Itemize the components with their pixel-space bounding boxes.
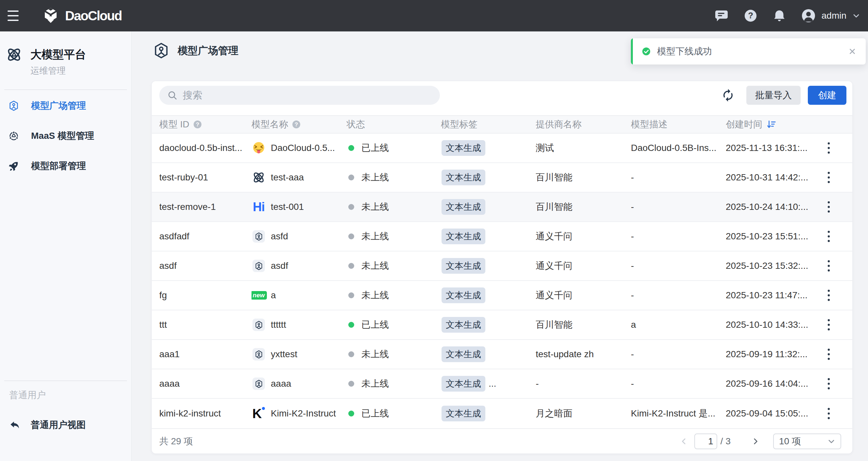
model-hi-logo: Hi [253,200,265,214]
page-input[interactable] [694,433,717,449]
tags-cell: 文本生成 [441,406,536,422]
status-dot [348,410,354,416]
model-new-badge: new [251,291,267,299]
model-name-cell: KKimi-K2-Instruct [251,406,347,421]
model-name-cell: asdf [251,260,347,272]
tag-badge: 文本生成 [441,406,485,422]
tags-cell: 文本生成 [441,140,536,156]
table-row[interactable]: asdfadfasfd未上线文本生成通义千问-2025-10-23 15:51:… [152,222,852,252]
tag-badge: 文本生成 [441,376,485,392]
col-model-name: 模型名称 [251,118,288,131]
provider-cell: test-update zh [536,349,631,359]
success-check-icon [642,47,651,56]
row-menu-button[interactable] [821,318,837,332]
search-input[interactable] [183,90,425,101]
model-tile-icon [252,260,265,272]
status-dot [348,322,354,328]
description-cell: - [631,172,726,183]
sidebar-divider-top [4,89,127,90]
row-menu-button[interactable] [821,171,837,184]
created-cell: 2025-09-04 15:05:... [726,408,821,419]
sidebar-item-maas[interactable]: MaaS 模型管理 [0,121,131,151]
tags-cell: 文本生成 [441,346,536,362]
table-row[interactable]: asdfasdf未上线文本生成通义千问-2025-10-23 15:32:... [152,252,852,281]
search-box[interactable] [159,86,440,105]
tags-cell: 文本生成 [441,199,536,215]
tags-cell: 文本生成 [441,229,536,244]
page-total: / 3 [720,436,731,446]
row-menu-button[interactable] [821,259,837,272]
topbar: DaoCloud admin [0,0,868,31]
toast-close-icon[interactable] [848,47,857,56]
model-name-cell: newa [251,290,347,300]
sidebar-item-user-view[interactable]: 普通用户视图 [0,410,131,440]
status-cell: 未上线 [347,348,441,361]
user-menu[interactable]: admin [801,8,860,23]
tag-badge: 文本生成 [441,317,485,333]
next-page-button[interactable] [751,437,760,446]
status-dot [348,381,354,387]
toast-message: 模型下线成功 [657,45,712,58]
model-id-cell: fg [159,290,251,300]
status-cell: 未上线 [347,289,441,301]
model-id-cell: aaa1 [159,349,251,359]
help-badge-icon[interactable] [193,120,202,129]
search-icon [167,90,178,100]
prev-page-button[interactable] [679,437,688,446]
table-row[interactable]: ttttttttt已上线文本生成百川智能a2025-10-10 14:33:..… [152,310,852,340]
sidebar-item-model-square[interactable]: 模型广场管理 [0,91,131,121]
tags-cell: 文本生成... [441,376,536,392]
model-id-cell: test-ruby-01 [159,172,251,183]
col-tags: 模型标签 [441,118,477,131]
row-menu-button[interactable] [821,230,837,243]
tags-cell: 文本生成 [441,258,536,274]
status-cell: 已上线 [347,407,441,420]
table-row[interactable]: daocloud-0.5b-inst...DaoCloud-0.5...已上线文… [152,134,852,163]
model-name-cell: aaaa [251,377,347,390]
tags-cell: 文本生成 [441,317,536,333]
help-icon[interactable] [744,9,757,23]
provider-cell: 通义千问 [536,289,631,301]
create-button[interactable]: 创建 [808,86,846,105]
row-menu-button[interactable] [821,348,837,361]
tags-cell: 文本生成 [441,170,536,185]
table-row[interactable]: fgnewa未上线文本生成通义千问-2025-10-23 11:47:... [152,281,852,310]
created-cell: 2025-10-24 14:10:... [726,202,821,212]
model-id-cell: kimi-k2-instruct [159,408,251,419]
sort-desc-icon[interactable] [766,119,776,129]
table-row[interactable]: test-ruby-01test-aaa未上线文本生成百川智能-2025-10-… [152,163,852,193]
table-row[interactable]: aaa1yxttest未上线文本生成test-update zh-2025-09… [152,340,852,369]
page-header: 模型广场管理 [153,41,239,60]
row-menu-button[interactable] [821,200,837,213]
col-description: 模型描述 [631,118,668,131]
row-menu-button[interactable] [821,289,837,302]
row-menu-button[interactable] [821,407,837,420]
row-menu-button[interactable] [821,141,837,154]
messages-icon[interactable] [714,8,729,23]
model-name-cell: asfd [251,230,347,242]
table-row[interactable]: kimi-k2-instructKKimi-K2-Instruct已上线文本生成… [152,399,852,428]
model-name-cell: yxttest [251,348,347,361]
sidebar-item-deploy[interactable]: 模型部署管理 [0,151,131,181]
description-cell: DaoCloud-0.5B-Ins... [631,143,726,153]
model-id-cell: test-remove-1 [159,202,251,212]
table-row[interactable]: test-remove-1Hitest-001未上线文本生成百川智能-2025-… [152,193,852,222]
username: admin [822,10,846,21]
page-title-icon [153,41,170,60]
bulk-import-button[interactable]: 批量导入 [746,86,801,105]
refresh-button[interactable] [720,87,736,103]
row-menu-button[interactable] [821,377,837,390]
brand-name: DaoCloud [65,8,122,23]
notifications-icon[interactable] [773,9,786,23]
page-size-select[interactable]: 10 项 [773,433,841,449]
menu-icon[interactable] [7,10,19,21]
table-row[interactable]: aaaaaaaa未上线文本生成...--2025-09-16 14:04:... [152,369,852,399]
help-badge-icon[interactable] [292,120,301,129]
status-dot [348,351,354,357]
status-dot [348,145,354,151]
refresh-icon [721,88,735,102]
model-tile-icon [252,319,265,331]
created-cell: 2025-09-19 11:32:... [726,349,821,359]
model-id-cell: daocloud-0.5b-inst... [159,143,251,153]
platform-title: 大模型平台 [30,46,86,63]
